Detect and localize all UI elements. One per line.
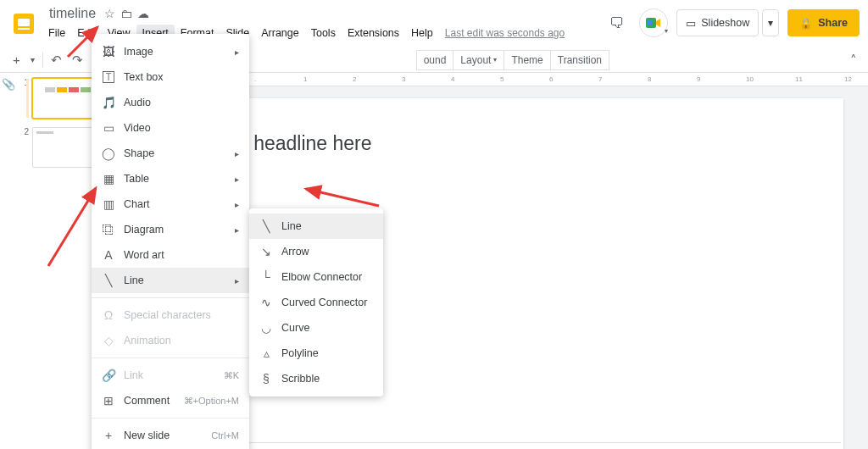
insert-menu-shape[interactable]: ◯Shape▸	[92, 141, 249, 166]
present-meet-icon[interactable]: ▾	[639, 8, 668, 37]
menu-item-label: Shape	[124, 147, 226, 159]
menu-extensions[interactable]: Extensions	[342, 25, 405, 42]
ruler-mark: 7	[598, 75, 602, 83]
submenu-arrow-icon: ▸	[235, 276, 239, 285]
line-submenu-curved-connector[interactable]: ∿Curved Connector	[249, 290, 383, 315]
line-submenu-arrow[interactable]: ↘Arrow	[249, 239, 383, 264]
insert-menu-line[interactable]: ╲Line▸	[92, 268, 249, 293]
shortcut-label: ⌘+Option+M	[184, 396, 239, 407]
comment-icon: ⊞	[102, 394, 115, 407]
audio-icon: 🎵	[102, 96, 115, 109]
ruler-mark: 1	[303, 75, 307, 83]
cloud-status-icon[interactable]: ☁	[137, 7, 149, 20]
undo-button[interactable]: ↶	[47, 50, 66, 70]
image-icon: 🖼	[102, 45, 115, 58]
ruler-mark: 4	[451, 75, 454, 83]
menu-tools[interactable]: Tools	[305, 25, 342, 42]
insert-menu-table[interactable]: ▦Table▸	[92, 166, 249, 191]
comment-history-icon[interactable]: 🗨	[604, 9, 631, 36]
elbow-icon: └	[259, 270, 273, 284]
insert-menu-audio[interactable]: 🎵Audio	[92, 90, 249, 115]
submenu-item-label: Polyline	[281, 347, 373, 359]
insert-menu-comment[interactable]: ⊞Comment⌘+Option+M	[92, 388, 249, 413]
insert-menu-video[interactable]: ▭Video	[92, 115, 249, 141]
line-submenu-polyline[interactable]: ▵Polyline	[249, 341, 383, 366]
slide-headline-text[interactable]: o headline here	[237, 132, 372, 155]
menu-arrange[interactable]: Arrange	[255, 25, 304, 42]
link-icon: 🔗	[102, 369, 115, 382]
svg-rect-2	[18, 28, 30, 30]
thumb-number: 2	[20, 127, 29, 168]
insert-menu-word-art[interactable]: AWord art	[92, 242, 249, 268]
ruler-mark: .	[254, 75, 256, 83]
menu-file[interactable]: File	[42, 25, 71, 42]
submenu-item-label: Line	[281, 220, 373, 232]
menu-item-label: Animation	[124, 335, 239, 346]
line-submenu-scribble[interactable]: §Scribble	[249, 366, 383, 391]
video-icon: ▭	[102, 121, 115, 135]
newslide-icon: +	[102, 429, 115, 442]
submenu-item-label: Elbow Connector	[281, 271, 373, 283]
line-submenu-dropdown: ╲Line↘Arrow└Elbow Connector∿Curved Conne…	[249, 208, 383, 396]
app-logo-icon[interactable]	[8, 8, 39, 39]
attachment-icon[interactable]: 📎	[2, 78, 15, 91]
last-edit-link[interactable]: Last edit was seconds ago	[439, 25, 570, 42]
ruler-mark: 2	[353, 75, 356, 83]
left-rail: 📎	[0, 73, 17, 449]
polyline-icon: ▵	[259, 346, 273, 360]
submenu-arrow-icon: ▸	[235, 200, 239, 209]
insert-menu-special-characters: ΩSpecial characters	[92, 302, 249, 328]
animation-icon: ◇	[102, 334, 115, 347]
insert-menu-text-box[interactable]: 🅃Text box	[92, 64, 249, 90]
submenu-item-label: Scribble	[281, 373, 373, 385]
toolbar-layout[interactable]: Layout ▾	[453, 50, 504, 70]
toolbar-transition[interactable]: Transition	[551, 50, 609, 70]
slideshow-button[interactable]: ▭ Slideshow	[676, 9, 759, 36]
line-icon: ╲	[102, 274, 115, 287]
collapse-toolbar-icon[interactable]: ˄	[846, 50, 861, 70]
insert-menu-image[interactable]: 🖼Image▸	[92, 39, 249, 64]
new-slide-button[interactable]: +	[8, 50, 25, 69]
ruler-mark: 10	[746, 75, 754, 83]
slideshow-icon: ▭	[686, 17, 696, 30]
insert-menu-chart[interactable]: ▥Chart▸	[92, 191, 249, 217]
toolbar-theme[interactable]: Theme	[504, 50, 550, 70]
new-slide-arrow[interactable]: ▾	[26, 53, 39, 67]
insert-menu-new-slide[interactable]: +New slideCtrl+M	[92, 423, 249, 448]
line-submenu-curve[interactable]: ◡Curve	[249, 315, 383, 341]
submenu-arrow-icon: ▸	[235, 47, 239, 57]
menu-help[interactable]: Help	[405, 25, 439, 42]
menu-item-label: Video	[124, 122, 239, 134]
line-submenu-elbow-connector[interactable]: └Elbow Connector	[249, 264, 383, 290]
submenu-item-label: Arrow	[281, 246, 373, 258]
insert-menu-diagram[interactable]: ⿻Diagram▸	[92, 217, 249, 242]
ruler-mark: 3	[402, 75, 405, 83]
shortcut-label: Ctrl+M	[211, 430, 239, 441]
menu-item-label: Image	[124, 46, 226, 58]
star-icon[interactable]: ☆	[104, 7, 115, 20]
toolbar-ound[interactable]: ound	[416, 50, 454, 70]
diagram-icon: ⿻	[102, 223, 115, 236]
ruler-mark: 12	[844, 75, 852, 83]
move-folder-icon[interactable]: 🗀	[120, 7, 132, 20]
menu-item-label: Word art	[124, 249, 239, 261]
redo-button[interactable]: ↷	[68, 50, 87, 70]
submenu-item-label: Curved Connector	[281, 297, 373, 308]
menu-item-label: Comment	[124, 395, 175, 407]
chart-icon: ▥	[102, 197, 115, 211]
menu-item-label: Text box	[124, 71, 239, 83]
share-button[interactable]: 🔒 Share	[787, 9, 860, 36]
slideshow-dropdown-button[interactable]: ▾	[762, 9, 779, 36]
document-title[interactable]: timeline	[46, 5, 99, 22]
ruler-mark: 5	[500, 75, 504, 83]
menu-item-label: New slide	[124, 430, 203, 441]
submenu-arrow-icon: ▸	[235, 149, 239, 158]
menu-item-label: Link	[124, 369, 215, 381]
ruler-mark: 6	[549, 75, 553, 83]
shortcut-label: ⌘K	[224, 370, 239, 381]
scribble-icon: §	[259, 372, 273, 385]
lock-icon: 🔒	[799, 17, 813, 30]
special-icon: Ω	[102, 308, 115, 322]
line-submenu-line[interactable]: ╲Line	[249, 213, 383, 239]
curve-icon: ◡	[259, 321, 273, 335]
